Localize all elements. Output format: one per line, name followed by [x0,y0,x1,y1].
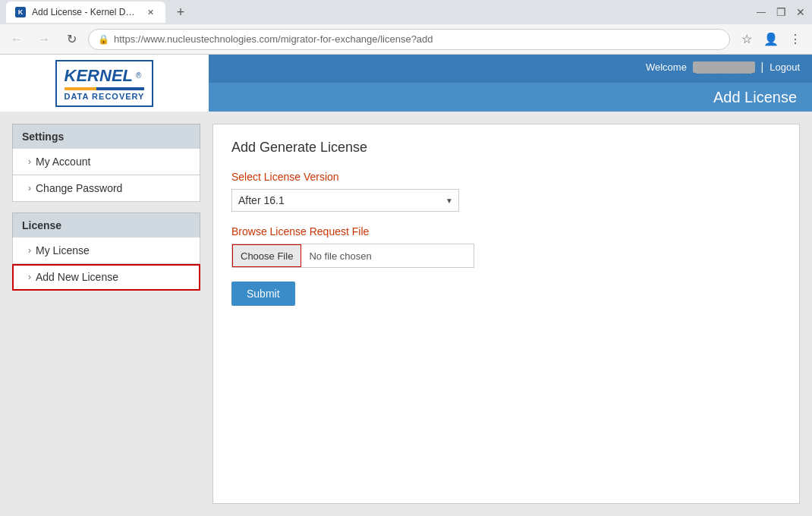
menu-button[interactable]: ⋮ [785,29,806,50]
tab-favicon: K [15,7,26,17]
form-title: Add Generate License [231,140,781,156]
logo-box: KERNEL ® DATA RECOVERY [55,60,154,107]
logo-reg-text: ® [136,71,141,80]
address-url: https://www.nucleustechnologies.com/migr… [114,33,720,45]
ssl-lock-icon: 🔒 [98,34,109,45]
sidebar-item-label: My License [36,244,90,256]
chevron-right-icon: › [28,183,31,194]
welcome-text: Welcome [646,61,687,73]
title-bar: K Add License - Kernel Data Recov... ✕ +… [0,0,812,24]
nav-right-icons: ☆ 👤 ⋮ [736,29,806,50]
tab-title: Add License - Kernel Data Recov... [32,7,138,17]
site-header: KERNEL ® DATA RECOVERY Welcome ████████ … [0,55,812,112]
chevron-right-icon: › [28,245,31,256]
logo-area: KERNEL ® DATA RECOVERY [0,55,209,112]
account-button[interactable]: 👤 [760,29,782,50]
submit-group: Submit [231,282,781,306]
select-wrapper: After 16.1 Before 16.1 [231,189,459,212]
minimize-button[interactable]: — [756,7,766,17]
close-button[interactable]: ✕ [795,7,806,17]
navigation-bar: ← → ↻ 🔒 https://www.nucleustechnologies.… [0,24,812,55]
submit-button[interactable]: Submit [231,282,295,306]
file-upload-group: Browse License Request File Choose File … [231,225,781,268]
separator: | [761,61,764,73]
license-section-header: License [12,212,200,238]
settings-section-header: Settings [12,124,200,149]
license-version-select[interactable]: After 16.1 Before 16.1 [231,189,459,212]
address-bar[interactable]: 🔒 https://www.nucleustechnologies.com/mi… [88,29,730,50]
sidebar-gap [12,202,200,212]
page-title: Add License [713,89,797,106]
content-area: Add Generate License Select License Vers… [212,124,800,504]
browser-tab[interactable]: K Add License - Kernel Data Recov... ✕ [6,2,165,23]
logout-link[interactable]: Logout [770,61,800,73]
sidebar-item-label: Add New License [36,271,118,283]
logo-kernel-text: KERNEL [65,66,133,86]
chevron-right-icon: › [28,156,31,167]
new-tab-button[interactable]: + [170,2,191,23]
bookmark-button[interactable]: ☆ [736,29,757,50]
restore-button[interactable]: ❒ [776,7,786,17]
select-license-label: Select License Version [231,171,781,183]
file-input-wrapper: Choose File No file chosen [231,244,474,268]
sidebar-item-my-license[interactable]: › My License [12,238,200,264]
sidebar-item-add-new-license[interactable]: › Add New License [12,264,200,291]
chevron-right-icon: › [28,272,31,282]
main-layout: Settings › My Account › Change Password … [0,112,812,516]
page-title-bar: Add License [209,83,812,112]
sidebar-item-my-account[interactable]: › My Account [12,149,200,175]
header-top-right: Welcome ████████ | Logout [209,55,812,79]
forward-button[interactable]: → [33,29,55,50]
username-placeholder: ████████ [693,61,755,73]
tab-close-button[interactable]: ✕ [144,6,156,18]
page-content: KERNEL ® DATA RECOVERY Welcome ████████ … [0,55,812,516]
url-path: /migrator-for-exchange/license?add [278,33,433,45]
window-controls: — ❒ ✕ [756,7,806,17]
sidebar-item-label: My Account [36,156,90,168]
logo-top: KERNEL ® [65,66,142,86]
url-base: https://www.nucleustechnologies.com [114,33,278,45]
sidebar-item-label: Change Password [36,182,122,194]
choose-file-button[interactable]: Choose File [232,244,301,267]
file-upload-label: Browse License Request File [231,225,781,238]
title-bar-left: K Add License - Kernel Data Recov... ✕ + [6,2,191,23]
header-right: Welcome ████████ | Logout Add License [209,55,812,112]
browser-window: K Add License - Kernel Data Recov... ✕ +… [0,0,812,516]
back-button[interactable]: ← [6,29,27,50]
sidebar-item-change-password[interactable]: › Change Password [12,175,200,202]
logo-bottom-text: DATA RECOVERY [65,92,145,101]
select-license-group: Select License Version After 16.1 Before… [231,171,781,212]
sidebar: Settings › My Account › Change Password … [12,124,200,504]
refresh-button[interactable]: ↻ [61,29,82,50]
file-name-display: No file chosen [301,250,379,262]
logo-stripe [65,87,145,90]
